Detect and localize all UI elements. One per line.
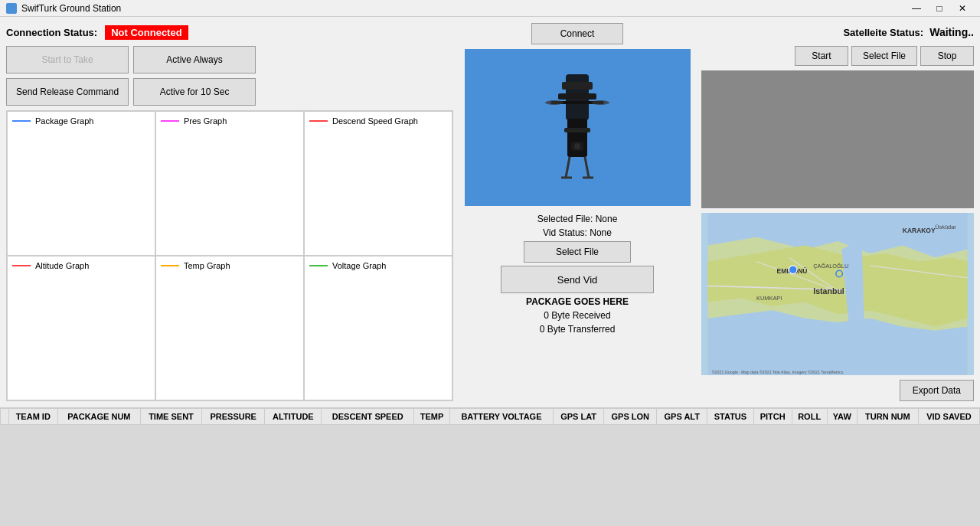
svg-text:KARAKOY: KARAKOY <box>903 227 936 235</box>
select-file-button[interactable]: Select File <box>524 241 631 263</box>
svg-text:Üsküdar: Üsküdar <box>935 224 956 230</box>
active-always-button[interactable]: Active Always <box>133 46 256 74</box>
col-gps-alt: GPS ALT <box>657 409 707 425</box>
top-area: Connection Status: Not Connected Start t… <box>0 17 980 407</box>
col-index <box>1 409 9 425</box>
map-svg: KARAKOY Üsküdar EMINÖNÜ ÇAĞALOĞLU Istanb… <box>701 213 974 375</box>
table-empty-area <box>0 425 980 526</box>
connection-status-badge: Not Connected <box>105 25 188 40</box>
package-graph-line-icon <box>12 120 31 122</box>
bottom-button-row: Send Release Command Active for 10 Sec <box>6 78 453 106</box>
voltage-graph-legend: Voltage Graph <box>309 261 447 270</box>
col-temp: TEMP <box>414 409 450 425</box>
temp-graph-label: Temp Graph <box>184 261 230 270</box>
camera-preview <box>701 70 974 208</box>
table-header-row: TEAM ID PACKAGE NUM TIME SENT PRESSURE A… <box>1 409 980 425</box>
export-row: Export Data <box>701 380 974 401</box>
pres-graph-cell: Pres Graph <box>155 111 304 256</box>
package-label: PACKAGE GOES HERE <box>526 296 629 307</box>
svg-text:Istanbul: Istanbul <box>813 286 844 296</box>
svg-rect-1 <box>562 82 593 90</box>
altitude-graph-legend: Altitude Graph <box>12 261 150 270</box>
send-release-button[interactable]: Send Release Command <box>6 78 129 106</box>
svg-line-8 <box>566 157 570 178</box>
svg-point-5 <box>591 100 609 105</box>
voltage-graph-label: Voltage Graph <box>332 261 386 270</box>
connect-button[interactable]: Connect <box>531 23 623 44</box>
col-battery-voltage: BATTERY VOLTAGE <box>449 409 553 425</box>
right-panel: Satelleite Status: Waiting.. Start Selec… <box>695 17 980 407</box>
drone-svg <box>543 59 612 197</box>
voltage-graph-line-icon <box>309 265 328 266</box>
svg-line-9 <box>585 157 589 178</box>
title-bar-controls: — □ ✕ <box>905 0 974 17</box>
svg-text:KUMKAPI: KUMKAPI <box>756 295 782 302</box>
info-section: Selected File: None Vid Status: None Sel… <box>466 214 689 335</box>
col-turn-num: TURN NUM <box>857 409 918 425</box>
connection-row: Connection Status: Not Connected <box>6 23 453 41</box>
satellite-stop-button[interactable]: Stop <box>920 46 974 66</box>
altitude-graph-line-icon <box>12 265 31 266</box>
satellite-status-label: Satelleite Status: <box>843 27 923 38</box>
col-gps-lon: GPS LON <box>604 409 657 425</box>
descend-speed-graph-cell: Descend Speed Graph <box>304 111 452 256</box>
map-container[interactable]: KARAKOY Üsküdar EMINÖNÜ ÇAĞALOĞLU Istanb… <box>701 213 974 375</box>
pres-graph-label: Pres Graph <box>184 116 227 126</box>
svg-text:ÇAĞALOĞLU: ÇAĞALOĞLU <box>813 263 848 270</box>
middle-panel: Connect <box>459 17 695 407</box>
satellite-button-row: Start Select File Stop <box>701 46 974 66</box>
send-vid-button[interactable]: Send Vid <box>501 266 654 293</box>
descend-speed-graph-line-icon <box>309 120 328 122</box>
package-graph-cell: Package Graph <box>7 111 155 256</box>
altitude-graph-cell: Altitude Graph <box>7 256 155 400</box>
satellite-row: Satelleite Status: Waiting.. <box>701 23 974 41</box>
app-icon <box>6 3 17 14</box>
svg-rect-7 <box>564 128 590 132</box>
left-panel: Connection Status: Not Connected Start t… <box>0 17 459 407</box>
svg-point-29 <box>789 266 797 274</box>
minimize-button[interactable]: — <box>905 0 928 17</box>
vid-status-label: Vid Status: None <box>543 227 612 238</box>
top-button-row: Start to Take Active Always <box>6 46 453 74</box>
export-data-button[interactable]: Export Data <box>900 380 974 401</box>
voltage-graph-cell: Voltage Graph <box>304 256 452 400</box>
temp-graph-line-icon <box>161 265 179 266</box>
temp-graph-legend: Temp Graph <box>161 261 299 270</box>
graphs-grid: Package Graph Pres Graph Descend Speed G… <box>6 110 453 401</box>
drone-image <box>465 49 691 206</box>
connection-label: Connection Status: <box>6 27 97 38</box>
close-button[interactable]: ✕ <box>951 0 974 17</box>
data-table: TEAM ID PACKAGE NUM TIME SENT PRESSURE A… <box>0 408 980 425</box>
col-yaw: YAW <box>827 409 857 425</box>
descend-speed-graph-label: Descend Speed Graph <box>332 116 418 126</box>
svg-point-13 <box>574 143 580 149</box>
maximize-button[interactable]: □ <box>928 0 951 17</box>
start-take-button[interactable]: Start to Take <box>6 46 129 74</box>
active-10sec-button[interactable]: Active for 10 Sec <box>133 78 256 106</box>
title-bar-left: SwifTurk Ground Station <box>6 3 121 14</box>
col-roll: ROLL <box>792 409 827 425</box>
col-team-id: TEAM ID <box>8 409 57 425</box>
package-graph-legend: Package Graph <box>12 116 150 126</box>
col-altitude: ALTITUDE <box>265 409 322 425</box>
main-content: Connection Status: Not Connected Start t… <box>0 17 980 526</box>
temp-graph-cell: Temp Graph <box>155 256 304 400</box>
title-bar: SwifTurk Ground Station — □ ✕ <box>0 0 980 17</box>
byte-transferred: 0 Byte Transferred <box>540 324 616 335</box>
col-time-sent: TIME SENT <box>140 409 201 425</box>
app-title: SwifTurk Ground Station <box>21 3 121 14</box>
package-graph-label: Package Graph <box>35 116 93 126</box>
svg-rect-2 <box>558 93 596 100</box>
descend-speed-graph-legend: Descend Speed Graph <box>309 116 447 126</box>
col-status: STATUS <box>707 409 754 425</box>
selected-file-label: Selected File: None <box>537 214 618 224</box>
col-pitch: PITCH <box>753 409 792 425</box>
byte-received: 0 Byte Received <box>544 310 610 321</box>
altitude-graph-label: Altitude Graph <box>35 261 89 270</box>
svg-text:©2021 Google · Map data ©2021 : ©2021 Google · Map data ©2021 Tele Atlas… <box>712 370 844 374</box>
svg-point-4 <box>545 100 564 105</box>
satellite-start-button[interactable]: Start <box>795 46 848 66</box>
svg-rect-6 <box>567 119 587 157</box>
col-vid-saved: VID SAVED <box>918 409 979 425</box>
satellite-select-file-button[interactable]: Select File <box>851 46 917 66</box>
